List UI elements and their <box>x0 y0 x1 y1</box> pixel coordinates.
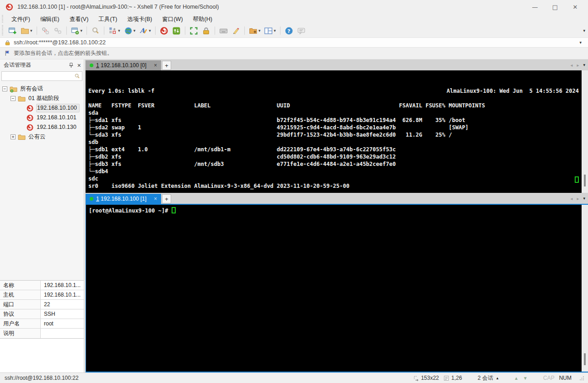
property-value: 192.168.10.1... <box>40 281 84 290</box>
toolbar-overflow-icon[interactable]: ▾ <box>583 28 585 33</box>
dropdown-caret-icon[interactable]: ▾ <box>134 28 136 33</box>
tab-scroll-left-icon[interactable]: ◂ <box>570 63 572 68</box>
property-label: 主机 <box>0 291 40 299</box>
lsblk-output: NAME FSTYPE FSVER LABEL UUID FSAVAIL FSU… <box>88 102 485 189</box>
split-layout-icon[interactable]: ▾ <box>263 25 277 37</box>
scroll-down-icon[interactable]: ▼ <box>523 376 528 381</box>
menu-item-edit[interactable]: 编辑(E) <box>35 15 65 23</box>
dropdown-caret-icon[interactable]: ▾ <box>259 28 261 33</box>
tab-scroll-right-icon[interactable]: ▸ <box>577 196 579 201</box>
info-message: 要添加当前会话，点击左侧的箭头按钮。 <box>14 49 113 57</box>
session-icon <box>26 114 34 121</box>
tree-item-label: 192.168.10.101 <box>36 114 79 122</box>
menu-item-view[interactable]: 查看(V) <box>65 15 94 23</box>
close-button[interactable]: ✕ <box>565 0 585 13</box>
new-session-icon[interactable] <box>7 25 18 37</box>
watch-host-time: AlmaLinux9-100: Wed Jun 5 14:55:56 2024 <box>447 87 579 95</box>
num-lock-indicator: NUM <box>559 375 572 381</box>
new-file-icon[interactable]: ▾ <box>248 25 262 37</box>
find-icon[interactable] <box>90 25 101 37</box>
encoding-globe-icon[interactable]: ▾ <box>123 25 137 37</box>
menu-item-help[interactable]: 帮助(H) <box>188 15 217 23</box>
tab-list-dropdown-icon[interactable]: ▾ <box>583 196 585 201</box>
dropdown-caret-icon[interactable]: ▾ <box>149 28 151 33</box>
xshell-icon[interactable] <box>158 25 170 37</box>
session-properties-icon[interactable]: ▾ <box>70 25 84 37</box>
resize-grip[interactable] <box>580 376 584 380</box>
tab-session-1[interactable]: 1 192.168.10.100 [1] × <box>86 194 161 204</box>
property-row: 协议SSH <box>0 309 84 319</box>
search-icon <box>74 73 80 79</box>
sidebar-item-folder[interactable]: −所有会话 <box>0 84 84 94</box>
toolbar-grip <box>2 25 3 36</box>
terminal-cursor <box>575 176 579 183</box>
collapse-icon[interactable]: − <box>11 96 16 101</box>
reconnect-icon[interactable] <box>52 25 64 37</box>
dropdown-caret-icon[interactable]: ▾ <box>118 28 120 33</box>
tab-close-icon[interactable]: × <box>154 196 157 202</box>
new-tab-button[interactable]: + <box>162 194 171 203</box>
lock-screen-icon[interactable] <box>200 25 212 37</box>
dropdown-caret-icon[interactable]: ▾ <box>81 28 83 33</box>
expand-icon[interactable]: + <box>11 134 16 139</box>
toolbar-separator <box>244 27 245 35</box>
maximize-button[interactable]: □ <box>545 0 565 13</box>
menu-item-file[interactable]: 文件(F) <box>6 15 35 23</box>
watch-command: Every 1.0s: lsblk -f <box>88 87 155 95</box>
minimize-button[interactable]: — <box>525 0 545 13</box>
session-search-input[interactable] <box>1 71 82 81</box>
session-manager-title: 会话管理器 <box>4 61 31 69</box>
toolbar-separator <box>37 27 37 35</box>
cursor-position-indicator: 1,26 <box>443 375 462 381</box>
info-bar: 要添加当前会话，点击左侧的箭头按钮。 <box>0 48 588 59</box>
tree-item-label: 所有会话 <box>20 85 45 94</box>
dropdown-caret-icon[interactable]: ▾ <box>30 28 32 33</box>
property-label: 协议 <box>0 310 40 318</box>
terminal-pane-watch[interactable]: Every 1.0s: lsblk -f AlmaLinux9-100: Wed… <box>86 70 588 193</box>
address-url[interactable]: ssh://root:******@192.168.10.100:22 <box>14 39 106 46</box>
sidebar-item-session[interactable]: 192.168.10.100 <box>0 103 84 113</box>
menu-item-window[interactable]: 窗口(W) <box>157 15 188 23</box>
new-tab-button[interactable]: + <box>162 61 171 70</box>
highlighter-icon[interactable] <box>230 25 242 37</box>
help-icon[interactable]: ? <box>283 25 295 37</box>
feedback-icon[interactable] <box>296 25 307 37</box>
arrange-icon[interactable]: ▾ <box>107 25 122 37</box>
toolbar-separator <box>280 27 281 35</box>
virtual-keyboard-icon[interactable] <box>218 25 229 37</box>
sidebar-item-folder[interactable]: +公有云 <box>0 132 84 142</box>
disconnect-icon[interactable] <box>40 25 51 37</box>
xftp-icon[interactable] <box>171 25 182 37</box>
tab-close-icon[interactable]: × <box>154 62 157 69</box>
toolbar-separator <box>155 27 156 35</box>
terminal2-scrollbar[interactable] <box>582 205 588 372</box>
scroll-up-icon[interactable]: ▲ <box>514 376 518 381</box>
address-dropdown-icon[interactable]: ▾ <box>579 40 583 45</box>
font-icon[interactable]: A▾ <box>138 25 152 37</box>
collapse-icon[interactable]: − <box>2 86 7 91</box>
menu-item-tabs[interactable]: 选项卡(B) <box>122 15 157 23</box>
property-label: 端口 <box>0 301 40 309</box>
property-row: 用户名root <box>0 319 84 329</box>
session-count-dropdown-icon[interactable]: ▴ <box>496 376 499 380</box>
tab-session-0[interactable]: 1 192.168.10.100 [0] × <box>86 60 161 70</box>
tab-scroll-right-icon[interactable]: ▸ <box>577 63 579 68</box>
sidebar-item-session[interactable]: 192.168.10.101 <box>0 113 84 122</box>
fullscreen-icon[interactable] <box>188 25 200 37</box>
sidebar-item-session[interactable]: 192.168.10.130 <box>0 122 84 132</box>
scrollbar-thumb[interactable] <box>584 353 586 365</box>
pin-icon[interactable] <box>69 63 74 68</box>
sidebar-item-folder[interactable]: −01 基础阶段 <box>0 94 84 103</box>
session-count[interactable]: 2 会话 ▴ <box>478 374 499 382</box>
tab-scroll-left-icon[interactable]: ◂ <box>570 196 572 201</box>
dropdown-caret-icon[interactable]: ▾ <box>274 28 276 33</box>
property-row: 名称192.168.10.1... <box>0 281 84 290</box>
terminal1-scrollbar[interactable] <box>582 70 588 193</box>
open-folder-icon[interactable]: ▾ <box>19 25 34 37</box>
terminal-pane-shell[interactable]: [root@AlmaLinux9-100 ~]# <box>86 205 588 372</box>
menu-item-tools[interactable]: 工具(T) <box>93 15 122 23</box>
tab-list-dropdown-icon[interactable]: ▾ <box>583 63 585 67</box>
panel-close-icon[interactable]: × <box>77 62 81 69</box>
address-bar[interactable]: ssh://root:******@192.168.10.100:22 ▾ <box>0 37 588 48</box>
scrollbar-thumb[interactable] <box>584 175 586 186</box>
